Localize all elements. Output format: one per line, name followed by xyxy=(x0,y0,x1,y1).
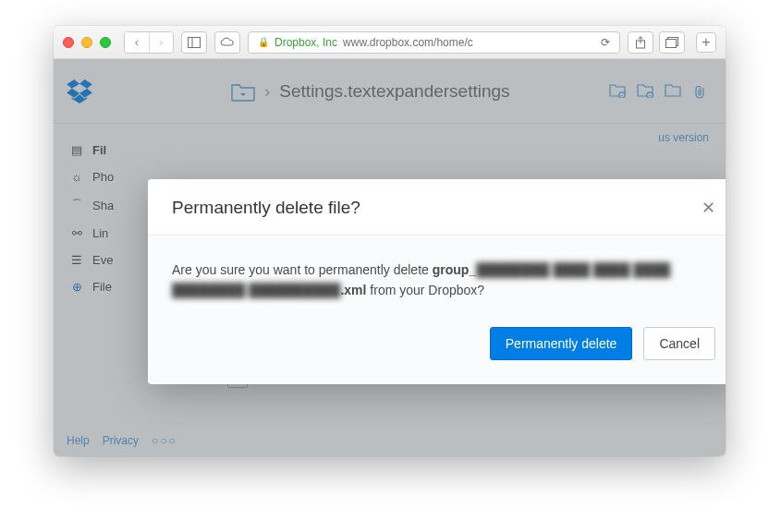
close-icon[interactable]: ✕ xyxy=(702,198,715,218)
url-path: www.dropbox.com/home/c xyxy=(343,36,473,49)
cloud-icon xyxy=(215,32,239,53)
svg-rect-5 xyxy=(666,39,677,47)
new-tab-button[interactable]: + xyxy=(696,32,716,53)
back-button[interactable]: ‹ xyxy=(125,32,149,53)
lock-icon: 🔒 xyxy=(258,37,269,47)
modal-header: Permanently delete file? ✕ xyxy=(148,179,726,235)
sidebar-toggle-icon[interactable] xyxy=(182,32,206,53)
delete-modal: Permanently delete file? ✕ Are you sure … xyxy=(148,179,726,384)
window-close-button[interactable] xyxy=(63,37,74,48)
nav-buttons: ‹ › xyxy=(124,31,174,54)
window-controls xyxy=(63,37,111,48)
window-maximize-button[interactable] xyxy=(100,37,111,48)
share-icon[interactable] xyxy=(628,32,653,53)
modal-body: Are you sure you want to permanently del… xyxy=(148,235,726,307)
window-minimize-button[interactable] xyxy=(81,37,92,48)
reload-icon[interactable]: ⟳ xyxy=(601,36,610,49)
svg-rect-0 xyxy=(189,37,201,47)
cloud-tabs[interactable] xyxy=(214,31,240,54)
modal-actions: Permanently delete Cancel xyxy=(148,307,726,384)
url-bar[interactable]: 🔒 Dropbox, Inc www.dropbox.com/home/c ⟳ xyxy=(248,31,620,54)
toolbar-right xyxy=(628,31,685,54)
browser-window: ‹ › 🔒 Dropbox, Inc www.dropbox.com/home/… xyxy=(54,26,726,456)
cancel-button[interactable]: Cancel xyxy=(643,327,715,360)
forward-button[interactable]: › xyxy=(149,32,173,53)
view-group xyxy=(181,31,207,54)
url-domain: Dropbox, Inc xyxy=(275,36,337,49)
tabs-icon[interactable] xyxy=(660,32,684,53)
titlebar: ‹ › 🔒 Dropbox, Inc www.dropbox.com/home/… xyxy=(54,26,726,59)
confirm-delete-button[interactable]: Permanently delete xyxy=(490,327,633,360)
modal-title: Permanently delete file? xyxy=(172,198,360,218)
